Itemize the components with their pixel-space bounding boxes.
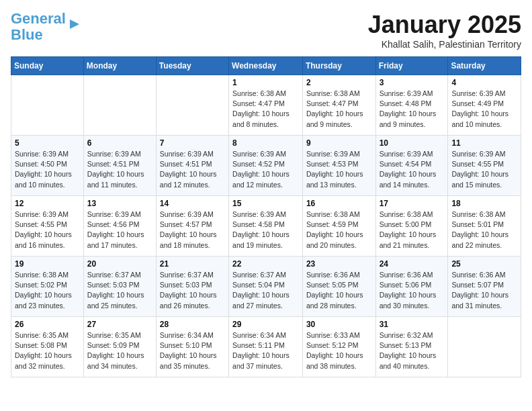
day-number: 24	[380, 259, 445, 269]
day-number: 21	[160, 259, 225, 269]
day-cell: 19Sunrise: 6:38 AM Sunset: 5:02 PM Dayli…	[11, 257, 84, 317]
day-cell: 10Sunrise: 6:39 AM Sunset: 4:54 PM Dayli…	[375, 136, 448, 196]
day-number: 27	[87, 320, 152, 329]
day-detail: Sunrise: 6:33 AM Sunset: 5:12 PM Dayligh…	[306, 330, 372, 371]
day-cell: 23Sunrise: 6:36 AM Sunset: 5:05 PM Dayli…	[302, 257, 375, 317]
day-detail: Sunrise: 6:37 AM Sunset: 5:04 PM Dayligh…	[232, 270, 299, 311]
weekday-header-wednesday: Wednesday	[229, 57, 303, 75]
day-number: 9	[306, 138, 372, 148]
day-cell: 29Sunrise: 6:34 AM Sunset: 5:11 PM Dayli…	[229, 317, 303, 377]
day-detail: Sunrise: 6:39 AM Sunset: 4:55 PM Dayligh…	[451, 149, 517, 190]
day-detail: Sunrise: 6:35 AM Sunset: 5:08 PM Dayligh…	[15, 330, 80, 371]
day-cell: 9Sunrise: 6:39 AM Sunset: 4:53 PM Daylig…	[302, 136, 375, 196]
week-row-4: 19Sunrise: 6:38 AM Sunset: 5:02 PM Dayli…	[11, 257, 521, 317]
day-cell: 24Sunrise: 6:36 AM Sunset: 5:06 PM Dayli…	[375, 257, 448, 317]
page-header: GeneralBlue January 2025 Khallat Salih, …	[11, 11, 521, 50]
day-number: 28	[160, 320, 225, 329]
weekday-header-thursday: Thursday	[302, 57, 375, 75]
day-cell: 16Sunrise: 6:38 AM Sunset: 4:59 PM Dayli…	[302, 196, 375, 257]
day-number: 5	[15, 138, 80, 148]
day-detail: Sunrise: 6:38 AM Sunset: 5:00 PM Dayligh…	[380, 210, 445, 250]
day-cell: 27Sunrise: 6:35 AM Sunset: 5:09 PM Dayli…	[83, 317, 156, 377]
day-detail: Sunrise: 6:39 AM Sunset: 4:56 PM Dayligh…	[87, 210, 152, 250]
day-cell: 30Sunrise: 6:33 AM Sunset: 5:12 PM Dayli…	[302, 317, 375, 377]
day-cell	[156, 75, 228, 136]
day-cell: 11Sunrise: 6:39 AM Sunset: 4:55 PM Dayli…	[448, 136, 521, 196]
day-cell: 25Sunrise: 6:36 AM Sunset: 5:07 PM Dayli…	[448, 257, 521, 317]
title-block: January 2025 Khallat Salih, Palestinian …	[368, 11, 521, 50]
day-number: 7	[160, 138, 225, 148]
day-detail: Sunrise: 6:38 AM Sunset: 4:47 PM Dayligh…	[232, 89, 299, 130]
logo-text: GeneralBlue	[11, 11, 66, 43]
day-detail: Sunrise: 6:37 AM Sunset: 5:03 PM Dayligh…	[160, 270, 225, 311]
svg-marker-0	[70, 19, 79, 29]
day-number: 30	[306, 320, 372, 329]
weekday-header-monday: Monday	[83, 57, 156, 75]
day-cell: 15Sunrise: 6:39 AM Sunset: 4:58 PM Dayli…	[229, 196, 303, 257]
day-detail: Sunrise: 6:36 AM Sunset: 5:06 PM Dayligh…	[380, 270, 445, 311]
logo-icon	[67, 17, 82, 32]
day-detail: Sunrise: 6:39 AM Sunset: 4:57 PM Dayligh…	[160, 210, 225, 250]
day-number: 6	[87, 138, 152, 148]
weekday-header-sunday: Sunday	[11, 57, 84, 75]
day-cell: 12Sunrise: 6:39 AM Sunset: 4:55 PM Dayli…	[11, 196, 84, 257]
day-cell	[83, 75, 156, 136]
week-row-5: 26Sunrise: 6:35 AM Sunset: 5:08 PM Dayli…	[11, 317, 521, 377]
day-detail: Sunrise: 6:39 AM Sunset: 4:51 PM Dayligh…	[87, 149, 152, 190]
day-number: 31	[380, 320, 445, 329]
day-detail: Sunrise: 6:37 AM Sunset: 5:03 PM Dayligh…	[87, 270, 152, 311]
day-detail: Sunrise: 6:39 AM Sunset: 4:51 PM Dayligh…	[160, 149, 225, 190]
day-number: 10	[380, 138, 445, 148]
day-number: 14	[160, 199, 225, 208]
day-cell: 21Sunrise: 6:37 AM Sunset: 5:03 PM Dayli…	[156, 257, 228, 317]
location-subtitle: Khallat Salih, Palestinian Territory	[368, 39, 521, 50]
day-number: 15	[232, 199, 299, 208]
day-detail: Sunrise: 6:39 AM Sunset: 4:49 PM Dayligh…	[451, 89, 517, 130]
day-number: 19	[15, 259, 80, 269]
day-detail: Sunrise: 6:35 AM Sunset: 5:09 PM Dayligh…	[87, 330, 152, 371]
weekday-header-friday: Friday	[375, 57, 448, 75]
day-number: 23	[306, 259, 372, 269]
logo: GeneralBlue	[11, 11, 82, 43]
day-detail: Sunrise: 6:34 AM Sunset: 5:10 PM Dayligh…	[160, 330, 225, 371]
day-detail: Sunrise: 6:32 AM Sunset: 5:13 PM Dayligh…	[380, 330, 445, 371]
day-detail: Sunrise: 6:36 AM Sunset: 5:05 PM Dayligh…	[306, 270, 372, 311]
day-number: 25	[451, 259, 517, 269]
day-cell: 18Sunrise: 6:38 AM Sunset: 5:01 PM Dayli…	[448, 196, 521, 257]
day-cell: 14Sunrise: 6:39 AM Sunset: 4:57 PM Dayli…	[156, 196, 228, 257]
day-cell: 26Sunrise: 6:35 AM Sunset: 5:08 PM Dayli…	[11, 317, 84, 377]
day-number: 22	[232, 259, 299, 269]
day-cell: 5Sunrise: 6:39 AM Sunset: 4:50 PM Daylig…	[11, 136, 84, 196]
day-number: 13	[87, 199, 152, 208]
day-number: 4	[451, 78, 517, 87]
day-cell: 13Sunrise: 6:39 AM Sunset: 4:56 PM Dayli…	[83, 196, 156, 257]
day-number: 16	[306, 199, 372, 208]
day-detail: Sunrise: 6:39 AM Sunset: 4:55 PM Dayligh…	[15, 210, 80, 250]
day-cell: 20Sunrise: 6:37 AM Sunset: 5:03 PM Dayli…	[83, 257, 156, 317]
day-number: 18	[451, 199, 517, 208]
day-number: 2	[306, 78, 372, 87]
week-row-1: 1Sunrise: 6:38 AM Sunset: 4:47 PM Daylig…	[11, 75, 521, 136]
day-detail: Sunrise: 6:38 AM Sunset: 5:02 PM Dayligh…	[15, 270, 80, 311]
day-number: 12	[15, 199, 80, 208]
weekday-header-row: SundayMondayTuesdayWednesdayThursdayFrid…	[11, 57, 521, 75]
day-cell	[11, 75, 84, 136]
day-cell: 3Sunrise: 6:39 AM Sunset: 4:48 PM Daylig…	[375, 75, 448, 136]
week-row-2: 5Sunrise: 6:39 AM Sunset: 4:50 PM Daylig…	[11, 136, 521, 196]
day-detail: Sunrise: 6:39 AM Sunset: 4:53 PM Dayligh…	[306, 149, 372, 190]
day-cell: 31Sunrise: 6:32 AM Sunset: 5:13 PM Dayli…	[375, 317, 448, 377]
day-detail: Sunrise: 6:34 AM Sunset: 5:11 PM Dayligh…	[232, 330, 299, 371]
day-cell: 4Sunrise: 6:39 AM Sunset: 4:49 PM Daylig…	[448, 75, 521, 136]
day-number: 29	[232, 320, 299, 329]
day-number: 8	[232, 138, 299, 148]
day-number: 20	[87, 259, 152, 269]
day-detail: Sunrise: 6:39 AM Sunset: 4:52 PM Dayligh…	[232, 149, 299, 190]
day-detail: Sunrise: 6:39 AM Sunset: 4:48 PM Dayligh…	[380, 89, 445, 130]
day-detail: Sunrise: 6:38 AM Sunset: 4:59 PM Dayligh…	[306, 210, 372, 250]
day-number: 17	[380, 199, 445, 208]
day-detail: Sunrise: 6:39 AM Sunset: 4:54 PM Dayligh…	[380, 149, 445, 190]
day-detail: Sunrise: 6:38 AM Sunset: 5:01 PM Dayligh…	[451, 210, 517, 250]
week-row-3: 12Sunrise: 6:39 AM Sunset: 4:55 PM Dayli…	[11, 196, 521, 257]
day-cell: 22Sunrise: 6:37 AM Sunset: 5:04 PM Dayli…	[229, 257, 303, 317]
weekday-header-saturday: Saturday	[448, 57, 521, 75]
